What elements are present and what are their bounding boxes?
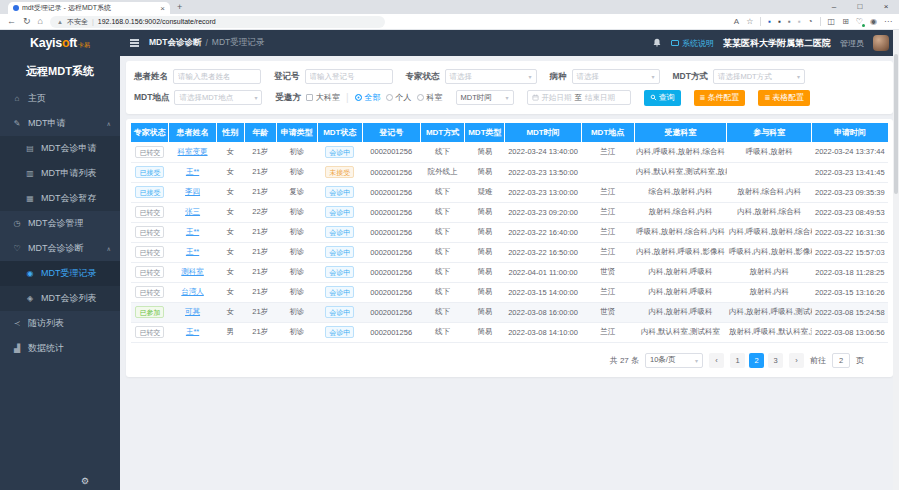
window-restore-button[interactable]: □	[847, 0, 873, 14]
reg-no-cell: 0002001256	[362, 142, 420, 162]
sidebar-item-followup-list[interactable]: ≺随访列表	[0, 311, 120, 336]
extension-1-icon[interactable]: ▪	[768, 18, 771, 26]
column-header-1: 患者姓名	[169, 123, 217, 142]
invitee-radio-all[interactable]: 全部	[355, 92, 381, 103]
window-close-button[interactable]: ×	[873, 0, 899, 14]
tab-close-icon[interactable]: ×	[160, 4, 165, 13]
extension-3-icon[interactable]: ▪	[788, 18, 791, 26]
collapse-menu-icon[interactable]	[130, 42, 139, 44]
sidebar-group-mdt-diagnose[interactable]: ♡MDT会诊诊断∧	[0, 236, 120, 261]
expert-status-field: 专家状态 请选择▾	[406, 69, 537, 84]
disease-select[interactable]: 请选择▾	[572, 69, 660, 84]
date-range-picker[interactable]: 开始日期 至 结束日期	[527, 90, 631, 105]
patient-name-link[interactable]: 科室变更	[178, 147, 208, 156]
sidebar-item-mdt-consult-manage[interactable]: ◷MDT会诊管理	[0, 211, 120, 236]
apply-type-cell: 初诊	[276, 202, 318, 222]
mdt-mode-cell: 线下	[420, 202, 465, 222]
address-bar[interactable]: ▲ 不安全 | 192.168.0.156:9002/consultate/re…	[50, 16, 385, 28]
page-button-1[interactable]: 1	[730, 353, 745, 368]
mdt-type-cell: 简易	[465, 242, 505, 262]
page-size-select[interactable]: 10条/页▾	[645, 353, 703, 368]
table-row[interactable]: 已转交张三女22岁初诊会诊中0002001256线下简易2022-03-23 0…	[131, 202, 888, 222]
sidebar-group-mdt-apply[interactable]: ✎MDT申请∧	[0, 111, 120, 136]
invitee-radio-dept[interactable]: 科室	[417, 92, 443, 103]
invited-depts-cell: 放射科,综合科,内科	[634, 202, 727, 222]
patient-name-link[interactable]: 王**	[186, 327, 199, 336]
back-icon[interactable]: ←	[7, 17, 16, 26]
new-tab-button[interactable]: +	[177, 1, 182, 14]
table-row[interactable]: 已转交王**女21岁初诊会诊中0002001256线下简易2022-03-22 …	[131, 222, 888, 242]
table-row[interactable]: 已转交台湾人女21岁初诊会诊中0002001256线下简易2022-03-15 …	[131, 282, 888, 302]
more-menu-icon[interactable]: ⋯	[884, 18, 892, 26]
condition-config-button[interactable]: ≣条件配置	[694, 90, 746, 106]
read-aloud-icon[interactable]: A	[734, 18, 739, 26]
patient-name-link[interactable]: 王**	[186, 247, 199, 256]
patient-name-cell: 王**	[169, 242, 217, 262]
patient-name-cell: 科室变更	[169, 142, 217, 162]
collections-icon[interactable]: ⊞	[842, 18, 849, 26]
gear-icon[interactable]: ⚙	[81, 476, 89, 486]
table-row[interactable]: 已参加可其女21岁初诊会诊中0002001256线下简易2022-03-08 1…	[131, 302, 888, 322]
mdt-time-select[interactable]: MDT时间▾	[456, 90, 514, 105]
window-minimize-button[interactable]: –	[821, 0, 847, 14]
patient-name-input[interactable]	[173, 69, 261, 84]
extension-4-icon[interactable]: ▪	[798, 18, 801, 26]
table-row[interactable]: 已转交测科室女21岁初诊会诊中0002001256线下简易2022-04-01 …	[131, 262, 888, 282]
patient-name-link[interactable]: 台湾人	[181, 287, 204, 296]
expert-status-select[interactable]: 请选择▾	[445, 69, 537, 84]
sidebar-item-mdt-consult-apply[interactable]: ▤MDT会诊申请	[0, 136, 120, 161]
patient-name-link[interactable]: 张三	[185, 207, 200, 216]
split-screen-icon[interactable]: ◫	[828, 18, 836, 26]
table-config-button[interactable]: ≣表格配置	[758, 90, 810, 106]
patient-name-link[interactable]: 李四	[185, 187, 200, 196]
scrollbar-thumb[interactable]	[894, 54, 898, 194]
refresh-icon[interactable]: ↻	[23, 17, 31, 26]
app-logo[interactable]: Kayisoft 卡易	[0, 36, 120, 50]
sidebar-item-mdt-apply-list[interactable]: ▥MDT申请列表	[0, 161, 120, 186]
age-cell: 21岁	[244, 302, 276, 322]
sidebar-item-mdt-accept-records[interactable]: ◉MDT受理记录	[0, 261, 120, 286]
patient-name-link[interactable]: 测科室	[181, 267, 204, 276]
browser-essentials-icon[interactable]: ♡	[856, 18, 863, 26]
table-row[interactable]: 已转交科室变更女21岁初诊会诊中0002001256线下简易2022-03-24…	[131, 142, 888, 162]
sidebar-item-data-stats[interactable]: ▟数据统计	[0, 336, 120, 361]
expert-status-tag: 已接受	[135, 166, 164, 178]
profile-icon[interactable]: ◉	[870, 18, 877, 26]
goto-page-input[interactable]	[832, 353, 850, 368]
browser-tab[interactable]: mdt受理记录 - 远程MDT系统 ×	[8, 2, 170, 14]
mdt-type-cell: 简易	[465, 142, 505, 162]
search-button[interactable]: 查询	[644, 90, 681, 106]
favorites-star-icon[interactable]: ☆	[746, 18, 753, 26]
table-row[interactable]: 已转交王**女21岁初诊会诊中0002001256线下简易2022-03-22 …	[131, 242, 888, 262]
toolbar-divider	[820, 17, 821, 26]
page-scrollbar[interactable]	[893, 30, 899, 490]
user-avatar[interactable]	[873, 35, 889, 51]
table-row[interactable]: 已接受王**女21岁初诊未接受0002001256院外线上简易2022-03-2…	[131, 162, 888, 182]
patient-name-link[interactable]: 王**	[186, 167, 199, 176]
reg-no-input[interactable]	[305, 69, 393, 84]
patient-name-link[interactable]: 王**	[186, 227, 199, 236]
table-row[interactable]: 已转交王**男21岁初诊会诊中0002001256线下简易2022-03-08 …	[131, 322, 888, 342]
sidebar-item-mdt-consult-draft[interactable]: ▦MDT会诊暂存	[0, 186, 120, 211]
patient-name-label: 患者姓名	[134, 71, 168, 83]
home-icon[interactable]: ⌂	[38, 17, 43, 26]
big-dept-checkbox[interactable]: 大科室	[306, 92, 340, 103]
patient-name-link[interactable]: 可其	[185, 307, 200, 316]
prev-page-button[interactable]: ‹	[709, 353, 724, 368]
copilot-icon[interactable]: ◔	[808, 18, 813, 26]
mdt-place-select[interactable]: 请选择MDT地点▾	[174, 90, 262, 105]
logo-text: Kayisoft	[30, 36, 77, 50]
sidebar-item-mdt-consult-list[interactable]: ◈MDT会诊列表	[0, 286, 120, 311]
mdt-mode-select[interactable]: 请选择MDT方式▾	[713, 69, 805, 84]
system-help-link[interactable]: 系统说明	[671, 38, 714, 49]
next-page-button[interactable]: ›	[789, 353, 804, 368]
breadcrumb-parent[interactable]: MDT会诊诊断	[149, 37, 201, 49]
bell-icon[interactable]	[652, 38, 662, 48]
table-row[interactable]: 已接受李四女21岁复诊会诊中0002001256线下疑难2022-03-23 1…	[131, 182, 888, 202]
sidebar-item-home[interactable]: ⌂主页	[0, 86, 120, 111]
page-button-2[interactable]: 2	[749, 353, 764, 368]
extension-2-icon[interactable]: ▪	[778, 18, 781, 26]
mdt-place-cell: 兰江	[581, 202, 634, 222]
page-button-3[interactable]: 3	[768, 353, 783, 368]
invitee-radio-personal[interactable]: 个人	[386, 92, 412, 103]
